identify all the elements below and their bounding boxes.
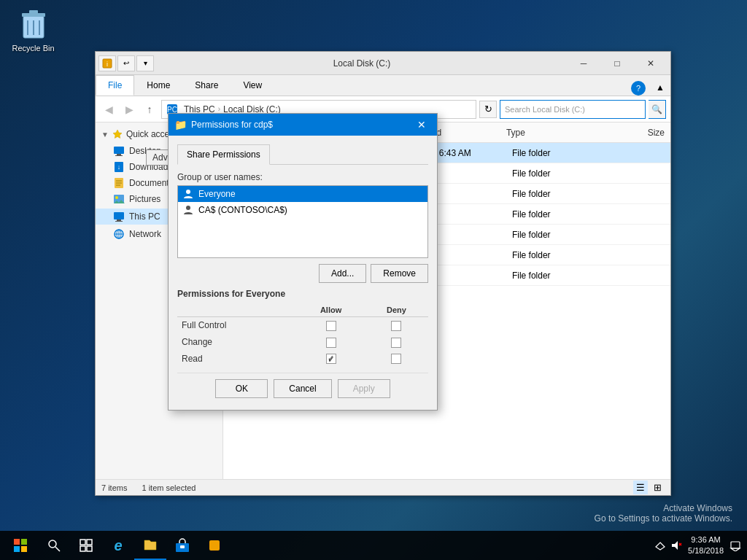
dialog-title-bar: 📁 Permissions for cdp$ ✕: [169, 114, 437, 136]
perm-deny-fullcontrol-checkbox[interactable]: [391, 321, 401, 331]
perm-deny-change[interactable]: [365, 334, 428, 351]
notification-icon[interactable]: [729, 540, 741, 551]
perm-col-name-header: [177, 303, 297, 317]
task-view-btn[interactable]: [70, 531, 102, 560]
group-list[interactable]: Everyone CA$ (CONTOSO\CA$): [177, 185, 428, 258]
perm-deny-read-checkbox[interactable]: [391, 354, 401, 364]
perm-row-change: Change: [177, 334, 428, 351]
taskbar-right: 9:36 AM 5/18/2018: [654, 534, 744, 557]
svg-line-35: [55, 547, 60, 551]
perm-allow-read[interactable]: ✓: [297, 351, 365, 368]
dialog-body: Share Permissions Group or user names: E…: [169, 136, 437, 410]
svg-point-29: [186, 206, 190, 210]
perm-col-deny-header: Deny: [365, 303, 428, 317]
apply-button[interactable]: Apply: [338, 379, 390, 398]
dialog-tab-bar: Share Permissions: [177, 144, 428, 165]
svg-rect-38: [80, 546, 85, 551]
perm-allow-change[interactable]: [297, 334, 365, 351]
system-tray: [654, 540, 682, 551]
svg-rect-36: [80, 540, 85, 545]
svg-rect-41: [180, 545, 185, 548]
perm-row-read: Read ✓: [177, 351, 428, 368]
explorer-taskbar-btn[interactable]: [134, 531, 166, 560]
taskbar: e: [0, 531, 747, 560]
perm-deny-read[interactable]: [365, 351, 428, 368]
ok-button[interactable]: OK: [215, 379, 268, 398]
perm-allow-fullcontrol-checkbox[interactable]: [326, 321, 336, 331]
svg-rect-39: [87, 546, 92, 551]
activate-watermark: Activate Windows Go to Settings to activ…: [595, 503, 732, 524]
search-taskbar-btn[interactable]: [38, 531, 70, 560]
svg-rect-42: [209, 540, 220, 551]
ie-taskbar-btn[interactable]: e: [102, 531, 134, 560]
group-label: Group or user names:: [177, 172, 428, 182]
dialog-title: Permissions for cdp$: [191, 120, 412, 130]
remove-button[interactable]: Remove: [371, 264, 428, 283]
svg-rect-33: [21, 546, 27, 552]
permissions-dialog: 📁 Permissions for cdp$ ✕ Share Permissio…: [168, 113, 438, 411]
network-tray-icon: [654, 540, 666, 551]
perm-name-fullcontrol: Full Control: [177, 317, 297, 334]
perm-name-change: Change: [177, 334, 297, 351]
clock-date: 5/18/2018: [688, 545, 724, 556]
perm-row-fullcontrol: Full Control: [177, 317, 428, 334]
dialog-tab-share-permissions[interactable]: Share Permissions: [177, 144, 270, 165]
activate-line1: Activate Windows: [595, 503, 732, 513]
dialog-folder-icon: 📁: [174, 119, 187, 131]
cancel-button[interactable]: Cancel: [274, 379, 331, 398]
group-item-everyone[interactable]: Everyone: [178, 186, 427, 202]
perm-allow-change-checkbox[interactable]: [326, 338, 336, 348]
svg-rect-32: [14, 546, 20, 552]
activate-line2: Go to Settings to activate Windows.: [595, 513, 732, 524]
group-action-buttons: Add... Remove: [177, 264, 428, 283]
volume-icon[interactable]: [670, 540, 682, 551]
system-clock[interactable]: 9:36 AM 5/18/2018: [688, 534, 724, 557]
svg-rect-30: [14, 539, 20, 545]
group-ca-label: CA$ (CONTOSO\CA$): [198, 205, 287, 215]
dialog-tab-label: Share Permissions: [187, 149, 260, 160]
group-item-ca[interactable]: CA$ (CONTOSO\CA$): [178, 202, 427, 218]
dialog-footer: OK Cancel Apply: [177, 373, 428, 401]
permissions-label: Permissions for Everyone: [177, 289, 428, 299]
clock-time: 9:36 AM: [691, 534, 720, 545]
taskbar-pinned-btn[interactable]: [198, 531, 231, 560]
svg-rect-31: [21, 539, 27, 545]
perm-deny-fullcontrol[interactable]: [365, 317, 428, 334]
svg-rect-46: [731, 542, 740, 548]
group-everyone-label: Everyone: [198, 189, 236, 199]
perm-col-allow-header: Allow: [297, 303, 365, 317]
dialog-overlay: 📁 Permissions for cdp$ ✕ Share Permissio…: [0, 0, 747, 560]
svg-point-34: [49, 540, 56, 548]
perm-allow-read-checkbox[interactable]: ✓: [326, 354, 336, 364]
perm-allow-fullcontrol[interactable]: [297, 317, 365, 334]
svg-marker-47: [731, 548, 740, 551]
svg-rect-37: [87, 540, 92, 545]
start-button[interactable]: [3, 531, 38, 560]
permissions-table: Allow Deny Full Control: [177, 303, 428, 367]
svg-marker-43: [672, 541, 678, 550]
desktop: Recycle Bin i ↩ ▾ Local Disk (C:) ─ □ ✕: [0, 0, 747, 560]
perm-name-read: Read: [177, 351, 297, 368]
svg-point-28: [186, 190, 190, 194]
perm-deny-change-checkbox[interactable]: [391, 338, 401, 348]
store-taskbar-btn[interactable]: [166, 531, 198, 560]
add-button[interactable]: Add...: [319, 264, 366, 283]
dialog-close-button[interactable]: ✕: [412, 115, 431, 134]
